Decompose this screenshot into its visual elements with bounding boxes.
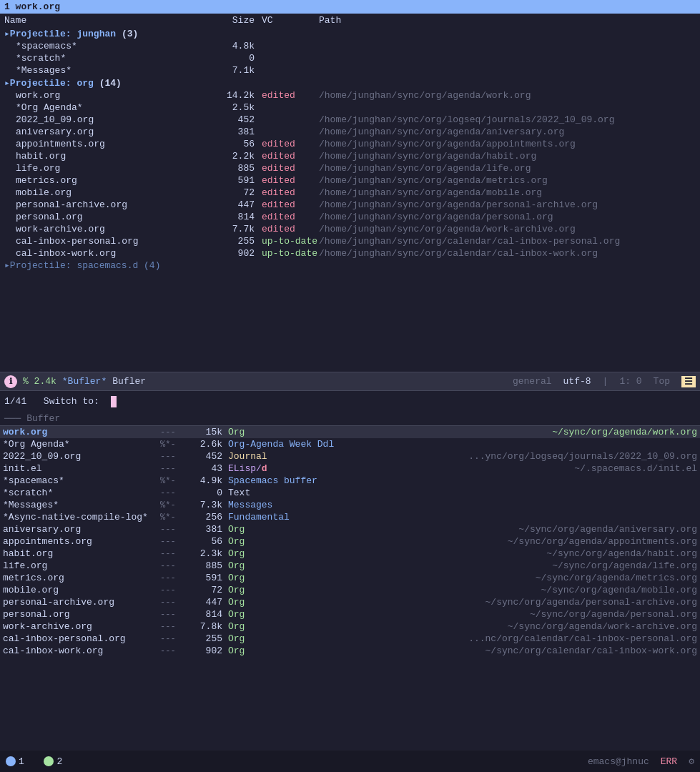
- cursor-position: |: [603, 376, 608, 387]
- bufler-row-cal-inbox-personal[interactable]: cal-inbox-personal.org --- 255 Org ...nc…: [0, 633, 700, 645]
- col-size-header: Size: [219, 15, 262, 26]
- list-item[interactable]: work.org 14.2k edited /home/junghan/sync…: [0, 89, 700, 102]
- list-item[interactable]: work-archive.org 7.7k edited /home/jungh…: [0, 223, 700, 235]
- projectile-group-org[interactable]: ▸Projectile: org (14): [0, 76, 700, 89]
- bufler-row-personal-archive[interactable]: personal-archive.org --- 447 Org ~/sync/…: [0, 596, 700, 608]
- bufler-row-journal[interactable]: 2022_10_09.org --- 452 Journal ...ync/or…: [0, 450, 700, 462]
- list-item[interactable]: life.org 885 edited /home/junghan/sync/o…: [0, 162, 700, 174]
- list-item[interactable]: mobile.org 72 edited /home/junghan/sync/…: [0, 187, 700, 199]
- bufler-section-header: ─── Buffer: [0, 412, 700, 426]
- list-item[interactable]: *Messages* 7.1k: [0, 64, 700, 76]
- list-item[interactable]: 2022_10_09.org 452 /home/junghan/sync/or…: [0, 114, 700, 126]
- list-item[interactable]: *Org Agenda* 2.5k: [0, 102, 700, 114]
- tab2-indicator: [44, 756, 54, 766]
- tab1-number[interactable]: 1: [19, 756, 24, 767]
- list-item[interactable]: appointments.org 56 edited /home/junghan…: [0, 138, 700, 150]
- encoding: utf-8: [563, 376, 591, 387]
- window-title: 1 work.org: [0, 0, 700, 14]
- col-vc-header: VC: [262, 15, 319, 26]
- status-bar: 1 2 emacs@jhnuc ERR ⚙: [0, 751, 700, 772]
- mode-percent: % 2.4k: [23, 376, 56, 387]
- switch-to-label: Switch to:: [44, 396, 99, 407]
- group-label-junghan: ▸Projectile: junghan: [4, 29, 116, 39]
- bufler-row-cal-inbox-work[interactable]: cal-inbox-work.org --- 902 Org ~/sync/or…: [0, 645, 700, 657]
- mode-name: Bufler: [112, 376, 146, 387]
- bufler-row-personal[interactable]: personal.org --- 814 Org ~/sync/org/agen…: [0, 608, 700, 620]
- bufler-row-spacemacs[interactable]: *spacemacs* %*- 4.9k Spacemacs buffer: [0, 475, 700, 487]
- position: 1: 0: [619, 376, 641, 387]
- mode-indicator-icon: ℹ: [4, 375, 17, 388]
- host-info: emacs@jhnuc: [588, 756, 649, 767]
- list-item[interactable]: *scratch* 0: [0, 52, 700, 64]
- corner-indicator: ☰: [681, 376, 696, 387]
- list-item[interactable]: personal.org 814 edited /home/junghan/sy…: [0, 211, 700, 223]
- completion-count: 1/41: [4, 396, 26, 407]
- status-right-info: emacs@jhnuc ERR ⚙: [588, 756, 694, 767]
- mini-buffer[interactable]: 1/41 Switch to:: [0, 390, 700, 412]
- mini-buffer-cursor: [111, 396, 117, 407]
- bufler-row-aniversary[interactable]: aniversary.org --- 381 Org ~/sync/org/ag…: [0, 523, 700, 535]
- list-item[interactable]: habit.org 2.2k edited /home/junghan/sync…: [0, 150, 700, 162]
- list-item[interactable]: personal-archive.org 447 edited /home/ju…: [0, 199, 700, 211]
- column-headers: Name Size VC Path: [0, 14, 700, 27]
- list-item[interactable]: cal-inbox-work.org 902 up-to-date /home/…: [0, 247, 700, 259]
- list-item: ▸Projectile: spacemacs.d (4): [0, 259, 700, 271]
- bufler-row-scratch[interactable]: *scratch* --- 0 Text: [0, 487, 700, 499]
- error-status: ERR: [661, 756, 677, 767]
- list-item[interactable]: *spacemacs* 4.8k: [0, 40, 700, 52]
- tab2-number[interactable]: 2: [56, 756, 62, 767]
- active-buffer-name: *Bufler*: [62, 376, 107, 387]
- list-item[interactable]: metrics.org 591 edited /home/junghan/syn…: [0, 174, 700, 187]
- group-label-org: ▸Projectile: org: [4, 78, 94, 89]
- bufler-row-habit[interactable]: habit.org --- 2.3k Org ~/sync/org/agenda…: [0, 548, 700, 560]
- bufler-row-org-agenda[interactable]: *Org Agenda* %*- 2.6k Org-Agenda Week Dd…: [0, 438, 700, 450]
- ibuffer-panel: 1 work.org Name Size VC Path ▸Projectile…: [0, 0, 700, 372]
- bufler-row-mobile[interactable]: mobile.org --- 72 Org ~/sync/org/agenda/…: [0, 584, 700, 596]
- col-name-header: Name: [4, 15, 219, 26]
- col-path-header: Path: [319, 15, 696, 26]
- scroll-position: Top: [654, 376, 670, 387]
- list-item[interactable]: cal-inbox-personal.org 255 up-to-date /h…: [0, 235, 700, 247]
- projectile-group-junghan[interactable]: ▸Projectile: junghan (3): [0, 27, 700, 40]
- bufler-row-work[interactable]: work.org --- 15k Org ~/sync/org/agenda/w…: [0, 426, 700, 438]
- bufler-panel: ─── Buffer work.org --- 15k Org ~/sync/o…: [0, 412, 700, 751]
- mode-line: ℹ % 2.4k *Bufler* Bufler general utf-8 |…: [0, 372, 700, 390]
- bufler-row-metrics[interactable]: metrics.org --- 591 Org ~/sync/org/agend…: [0, 572, 700, 584]
- bufler-row-async-compile[interactable]: *Async-native-compile-log* %*- 256 Funda…: [0, 511, 700, 523]
- bufler-row-messages[interactable]: *Messages* %*- 7.3k Messages: [0, 499, 700, 511]
- major-mode: general: [513, 376, 552, 387]
- bufler-row-life[interactable]: life.org --- 885 Org ~/sync/org/agenda/l…: [0, 560, 700, 572]
- tab1-indicator: [6, 756, 16, 766]
- list-item[interactable]: aniversary.org 381 /home/junghan/sync/or…: [0, 126, 700, 138]
- settings-icon: ⚙: [689, 756, 694, 767]
- bufler-row-init-el[interactable]: init.el --- 43 ELisp/d ~/.spacemacs.d/in…: [0, 462, 700, 475]
- mode-right-info: general utf-8 | 1: 0 Top ☰: [513, 376, 696, 387]
- bufler-row-work-archive[interactable]: work-archive.org --- 7.8k Org ~/sync/org…: [0, 620, 700, 633]
- title-text: 1 work.org: [4, 1, 60, 12]
- bufler-row-appointments[interactable]: appointments.org --- 56 Org ~/sync/org/a…: [0, 535, 700, 548]
